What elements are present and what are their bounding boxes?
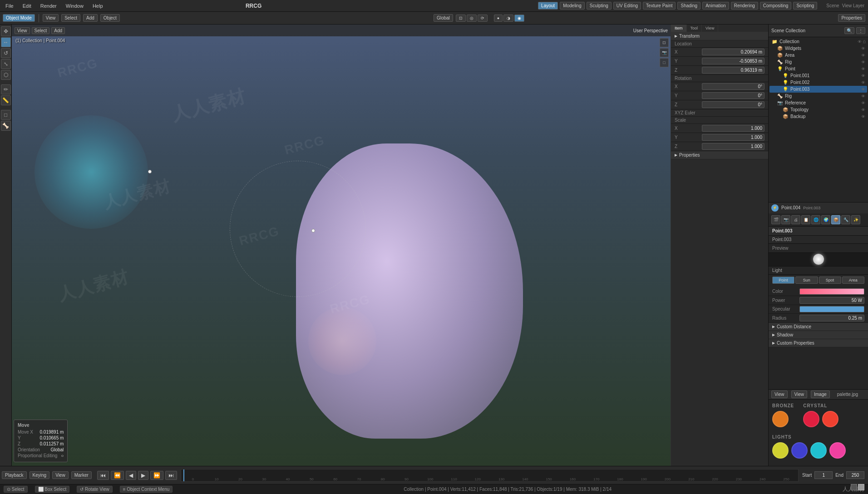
context-menu-btn[interactable]: ≡ Object Context Menu: [120, 486, 173, 493]
custom-distance-header[interactable]: ▶ Custom Distance: [769, 323, 868, 331]
camera-btn[interactable]: 📷: [660, 48, 669, 57]
viewport-shading-solid[interactable]: ●: [494, 15, 503, 22]
loc-y-input[interactable]: [702, 58, 764, 64]
move-z-value[interactable]: 0.011257 m: [40, 441, 64, 446]
timeline-ruler[interactable]: 0 10 20 30 40 50 60 70 80 90 100 110 120…: [181, 469, 799, 482]
play-btn[interactable]: ▶: [138, 471, 148, 480]
marker-menu[interactable]: Marker: [71, 471, 92, 479]
snap-btn[interactable]: ⊡: [456, 15, 466, 22]
scale-x-input[interactable]: [702, 125, 764, 132]
start-frame-input[interactable]: [814, 471, 833, 479]
mode-rendering[interactable]: Rendering: [731, 2, 758, 10]
render-menu[interactable]: Render: [39, 2, 59, 10]
outliner-item[interactable]: 📦 Topology 👁: [769, 106, 867, 113]
mode-texture[interactable]: Texture Paint: [643, 2, 676, 10]
scene-data-icon[interactable]: 🌐: [811, 215, 820, 224]
n-tab-view[interactable]: View: [702, 25, 718, 32]
jump-start-btn[interactable]: ⏮: [97, 471, 109, 480]
cursor-tool[interactable]: ✥: [1, 26, 11, 36]
rot-x-input[interactable]: [702, 83, 764, 90]
mode-layout[interactable]: Layout: [538, 2, 558, 10]
outliner-item[interactable]: 📷 Reference 👁: [769, 99, 867, 106]
n-tab-tool[interactable]: Tool: [687, 25, 702, 32]
view-numpad-btn[interactable]: ⊡: [660, 38, 669, 47]
lights-swatch-pink[interactable]: [829, 442, 846, 459]
topology-vis[interactable]: 👁: [861, 108, 865, 112]
lights-swatch-cyan[interactable]: [810, 442, 827, 459]
widgets-vis[interactable]: 👁: [861, 46, 865, 51]
radius-input[interactable]: [799, 315, 864, 321]
global-selector[interactable]: Global: [434, 14, 453, 22]
object-menu-btn[interactable]: Object: [100, 14, 120, 22]
keying-menu[interactable]: Keying: [30, 471, 50, 479]
properties-section-header[interactable]: ▶ Properties: [671, 151, 768, 159]
area-type-btn[interactable]: Area: [842, 277, 864, 284]
scale-tool[interactable]: ⤡: [1, 59, 11, 69]
light-handle-2[interactable]: [311, 229, 315, 232]
annotate-tool[interactable]: ✏: [1, 84, 11, 94]
measure-tool[interactable]: 📏: [1, 95, 11, 105]
transform-section-header[interactable]: ▶ Transform: [671, 32, 768, 40]
palette-view-tab2[interactable]: View: [791, 390, 808, 398]
outliner-item[interactable]: 💡 Point.001 👁: [769, 72, 867, 79]
viewport-select-btn[interactable]: Select: [32, 27, 50, 34]
backup-vis[interactable]: 👁: [861, 114, 865, 119]
outliner-item[interactable]: 📦 Backup 👁: [769, 113, 867, 120]
view-menu[interactable]: View: [52, 471, 69, 479]
power-input[interactable]: [799, 297, 864, 304]
help-menu[interactable]: Help: [91, 2, 105, 10]
crystal-swatch-2[interactable]: [822, 411, 838, 427]
outliner-item[interactable]: 📁 Collection 👁 ⎙: [769, 38, 867, 45]
jump-next-btn[interactable]: ⏩: [150, 471, 163, 480]
outliner-item[interactable]: 📦 Widgets 👁: [769, 45, 867, 52]
mode-compositing[interactable]: Compositing: [760, 2, 792, 10]
n-tab-item[interactable]: Item: [671, 25, 687, 32]
window-menu[interactable]: Window: [64, 2, 85, 10]
loc-z-input[interactable]: [702, 67, 764, 74]
loc-x-input[interactable]: [702, 49, 764, 55]
outliner-filter-btn[interactable]: 🔍: [844, 27, 854, 34]
rotate-tool[interactable]: ↺: [1, 48, 11, 58]
area-vis[interactable]: 👁: [861, 53, 865, 58]
outliner-item[interactable]: 📦 Area 👁: [769, 52, 867, 59]
light-handle-1[interactable]: [148, 170, 152, 173]
outliner-options-btn[interactable]: ⋮: [856, 27, 865, 34]
add-cube-tool[interactable]: □: [1, 110, 11, 120]
mode-animation[interactable]: Animation: [702, 2, 729, 10]
object-mode-selector[interactable]: Object Mode: [3, 14, 35, 22]
palette-view-tab1[interactable]: View: [771, 390, 788, 398]
color-swatch[interactable]: [799, 288, 864, 295]
orientation-value[interactable]: Global: [50, 447, 64, 452]
jump-end-btn[interactable]: ⏭: [165, 471, 177, 480]
point002-vis[interactable]: 👁: [861, 80, 865, 85]
point003-vis[interactable]: 👁: [861, 87, 865, 92]
output-prop-icon[interactable]: 🖨: [791, 215, 800, 224]
palette-image-tab[interactable]: Image: [811, 390, 830, 398]
mode-scripting[interactable]: Scripting: [793, 2, 817, 10]
scene-prop-icon[interactable]: 🎬: [771, 215, 780, 224]
box-select-btn[interactable]: ⬜ Box Select: [35, 486, 70, 493]
move-y-value[interactable]: 0.010665 m: [40, 435, 64, 440]
ortho-btn[interactable]: □: [660, 58, 669, 67]
point001-vis[interactable]: 👁: [861, 74, 865, 78]
play-reverse-btn[interactable]: ◀: [126, 471, 136, 480]
point-type-btn[interactable]: Point: [772, 277, 794, 284]
rig2-vis[interactable]: 👁: [861, 94, 865, 99]
collection-vis[interactable]: 👁 ⎙: [858, 40, 865, 44]
point-vis[interactable]: 👁: [861, 67, 865, 71]
outliner-item[interactable]: 💡 Point.002 👁: [769, 79, 867, 86]
proportional-btn[interactable]: ◎: [467, 15, 477, 22]
mode-modeling[interactable]: Modeling: [560, 2, 585, 10]
select-menu-btn[interactable]: Select: [61, 14, 80, 22]
outliner-item-selected[interactable]: 💡 Point.003 👁: [769, 86, 867, 93]
lights-swatch-blue[interactable]: [791, 442, 808, 459]
spot-type-btn[interactable]: Spot: [819, 277, 841, 284]
modifier-icon[interactable]: 🔧: [841, 215, 850, 224]
shadow-header[interactable]: ▶ Shadow: [769, 331, 868, 339]
transform-btn[interactable]: ⟳: [478, 15, 488, 22]
view-menu-btn[interactable]: View: [43, 14, 59, 22]
add-menu-btn[interactable]: Add: [83, 14, 98, 22]
move-x-value[interactable]: 0.019891 m: [40, 430, 64, 435]
scale-y-input[interactable]: [702, 134, 764, 141]
edit-menu[interactable]: Edit: [21, 2, 33, 10]
